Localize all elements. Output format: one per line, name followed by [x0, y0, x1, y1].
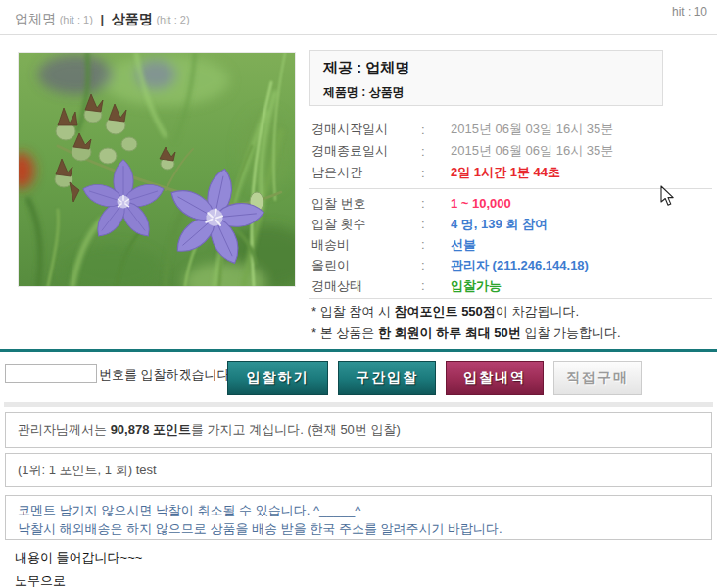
bid-number-input[interactable]: [5, 364, 97, 383]
direct-buy-button[interactable]: 직접구매: [553, 361, 642, 395]
detail-label: 올린이: [311, 257, 421, 274]
detail-row-bid-number: 입찰 번호 : 1 ~ 10,000: [311, 193, 712, 214]
note-points-deduction: * 입찰 참여 시 참여포인트 550점이 차감됩니다.: [311, 301, 712, 322]
detail-colon: :: [421, 122, 451, 137]
comment-line: 코멘트 남기지 않으시면 낙찰이 취소될 수 있습니다. ^_____^: [18, 501, 711, 519]
bid-history-button[interactable]: 입찰내역: [446, 361, 544, 395]
total-hit-count: hit : 10: [672, 5, 707, 19]
detail-row-shipping: 배송비 : 선불: [311, 234, 712, 255]
page-header: 업체명 (hit : 1) | 상품명 (hit : 2) hit : 10: [0, 0, 717, 35]
provider-line: 제공 : 업체명: [323, 59, 648, 77]
points-value: 90,878 포인트: [111, 422, 191, 437]
detail-colon: :: [421, 258, 451, 272]
range-bid-button[interactable]: 구간입찰: [338, 361, 436, 395]
detail-label: 입찰 번호: [311, 195, 421, 213]
detail-row-bid-count: 입찰 횟수 : 4 명, 139 회 참여: [311, 214, 712, 234]
detail-colon: :: [421, 217, 451, 231]
time-remaining-value: 2일 1시간 1분 44초: [451, 164, 560, 181]
auction-status-table: 입찰 번호 : 1 ~ 10,000 입찰 횟수 : 4 명, 139 회 참여…: [311, 193, 712, 296]
details-divider: [309, 298, 712, 299]
product-name-link[interactable]: 상품명: [112, 11, 153, 26]
detail-row-auction-state: 경매상태 : 입찰가능: [311, 275, 712, 296]
user-points-box: 관리자님께서는 90,878 포인트를 가지고 계십니다. (현재 50번 입찰…: [5, 412, 712, 448]
breadcrumb-separator: |: [100, 12, 104, 26]
detail-label: 입찰 횟수: [311, 216, 421, 233]
detail-value: 2015년 06월 06일 16시 35분: [451, 142, 613, 160]
horizontal-divider: [4, 402, 713, 407]
company-name-link[interactable]: 업체명: [15, 11, 56, 26]
detail-label: 경매종료일시: [311, 142, 421, 160]
auction-state-badge: 입찰가능: [451, 277, 502, 295]
rank-line: (1위: 1 포인트, 1 회) test: [18, 463, 157, 477]
detail-row-start-time: 경매시작일시 : 2015년 06월 03일 16시 35분: [311, 119, 712, 140]
detail-colon: :: [421, 166, 451, 180]
bid-input-label: 번호를 입찰하겠습니다.: [99, 367, 233, 384]
section-divider: [0, 349, 717, 352]
company-hit-count: (hit : 1): [60, 14, 93, 25]
bid-count-value: 4 명, 139 회 참여: [451, 216, 548, 233]
detail-label: 배송비: [311, 236, 421, 254]
details-divider: [309, 188, 712, 189]
uploader-value: 관리자 (211.246.144.18): [451, 257, 589, 274]
breadcrumb: 업체명 (hit : 1) | 상품명 (hit : 2): [15, 11, 190, 28]
detail-row-uploader: 올린이 : 관리자 (211.246.144.18): [311, 255, 712, 275]
seller-comment-box: 코멘트 남기지 않으시면 낙찰이 취소될 수 있습니다. ^_____^ 낙찰시…: [5, 495, 712, 540]
current-rank-box: (1위: 1 포인트, 1 회) test: [5, 453, 712, 487]
detail-colon: :: [421, 237, 451, 252]
product-name-line: 제품명 : 상품명: [323, 84, 648, 101]
product-photo: [18, 52, 296, 287]
auction-notes: * 입찰 참여 시 참여포인트 550점이 차감됩니다. * 본 상품은 한 회…: [311, 301, 712, 344]
shipping-fee-value: 선불: [451, 236, 476, 254]
detail-colon: :: [421, 196, 451, 211]
detail-label: 경매상태: [311, 277, 421, 295]
detail-label: 경매시작일시: [311, 121, 421, 138]
provider-box: 제공 : 업체명 제품명 : 상품명: [309, 50, 663, 106]
description-text-clipped: 노무으로: [15, 572, 66, 588]
bid-number-range: 1 ~ 10,000: [451, 196, 511, 211]
balloon-flower-image: [19, 53, 295, 286]
auction-schedule-table: 경매시작일시 : 2015년 06월 03일 16시 35분 경매종료일시 : …: [311, 119, 712, 183]
comment-line: 낙찰시 해외배송은 하지 않으므로 상품을 배송 받을 한국 주소를 알려주시기…: [18, 519, 711, 538]
description-text: 내용이 들어갑니다~~~: [15, 549, 142, 566]
note-daily-limit: * 본 상품은 한 회원이 하루 최대 50번 입찰 가능합니다.: [311, 322, 712, 344]
place-bid-button[interactable]: 입찰하기: [227, 361, 328, 395]
detail-row-end-time: 경매종료일시 : 2015년 06월 06일 16시 35분: [311, 140, 712, 162]
detail-row-time-remaining: 남은시간 : 2일 1시간 1분 44초: [311, 162, 712, 183]
detail-colon: :: [421, 144, 451, 159]
detail-colon: :: [421, 278, 451, 293]
detail-value: 2015년 06월 03일 16시 35분: [451, 121, 613, 138]
detail-label: 남은시간: [311, 164, 421, 181]
product-hit-count: (hit : 2): [156, 14, 189, 25]
